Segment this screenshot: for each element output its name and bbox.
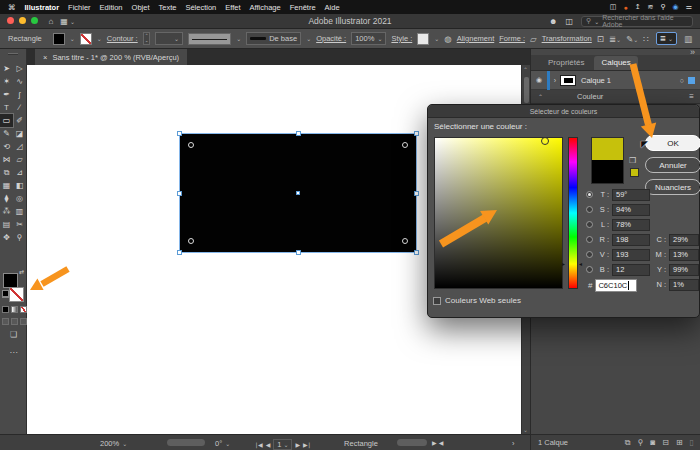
slice-tool[interactable]: ✂ [13,218,26,231]
hue-slider-left-arrow-icon[interactable]: ▸ [562,261,565,267]
draw-behind-button[interactable] [11,318,18,325]
selection-handle[interactable] [296,131,301,136]
color-panel-header[interactable]: ⌃ Couleur ≡ [531,90,700,104]
type-tool[interactable]: T [0,101,13,114]
fill-caret-icon[interactable]: ⌄ [70,35,75,42]
color-mode-radio[interactable] [586,251,593,258]
blend-tool[interactable]: ◎ [13,192,26,205]
eraser-tool[interactable]: ◪ [13,127,26,140]
gradient-button[interactable] [11,306,18,313]
menu-item[interactable]: Texte [158,3,176,12]
panel-grip[interactable] [8,53,18,55]
corner-widget[interactable] [402,238,408,244]
selection-handle[interactable] [296,250,301,255]
panel-columns-icon[interactable]: ▥ [684,34,692,44]
gradient-tool[interactable]: ◧ [13,179,26,192]
scroll-up-icon[interactable]: ⌃ [523,66,528,73]
eyedropper-tool[interactable]: ⧫ [0,192,13,205]
mesh-tool[interactable]: ▦ [0,179,13,192]
color-mode-radio[interactable] [586,206,593,213]
selected-rectangle[interactable] [179,133,417,253]
isolate-icon[interactable]: ✎⌄ [626,34,638,44]
rectangle-tool[interactable]: ▭ [0,114,13,127]
style-label[interactable]: Style : [391,34,412,43]
pen-tool[interactable]: ✒ [0,88,13,101]
menu-item[interactable]: Edition [100,3,123,12]
color-value-input[interactable]: 59° [612,189,650,201]
control-center-icon[interactable]: ⚌ [686,3,692,11]
free-transform-tool[interactable]: ▱ [13,153,26,166]
tab-proprietes[interactable]: Propriétés [541,56,591,70]
menu-item[interactable]: Sélection [185,3,216,12]
new-sublayer-icon[interactable]: ⊟ [662,438,669,448]
brush-caret-icon[interactable]: ⌄ [306,35,311,42]
color-mode-radio[interactable] [586,266,593,273]
shape-options-icon[interactable]: ▱ [530,34,537,44]
minimize-window-button[interactable] [19,17,26,24]
rotate-tool[interactable]: ⟲ [0,140,13,153]
menu-item[interactable]: Fichier [68,3,91,12]
workspace-switcher[interactable]: ≣⌄ [656,32,677,45]
color-value-input[interactable]: 12 [612,264,650,276]
align-label[interactable]: Alignement [457,34,495,43]
stroke-weight-label[interactable]: Contour : [107,34,138,43]
web-colors-checkbox[interactable] [433,297,441,305]
layer-expand-icon[interactable]: › [550,77,560,84]
scale-tool[interactable]: ◿ [13,140,26,153]
color-mode-radio[interactable] [586,221,593,228]
cmyk-input[interactable]: 1% [669,279,699,291]
swap-fill-stroke-icon[interactable]: ⇄ [19,268,24,275]
shape-label[interactable]: Forme : [499,34,525,43]
document-setup-icon[interactable]: ◍ [444,34,451,44]
corner-widget[interactable] [402,142,408,148]
scroll-down-icon[interactable]: ⌄ [523,426,528,433]
document-tab[interactable]: × Sans titre - 1* @ 200 % (RVB/Aperçu) [35,49,187,65]
graph-tool[interactable]: ▥ [13,205,26,218]
zoom-tool[interactable]: ⚲ [13,231,26,244]
layer-thumbnail[interactable] [560,75,576,86]
color-mode-radio[interactable] [586,191,593,198]
menu-item[interactable]: Illustrator [25,3,60,12]
layer-target-icon[interactable]: ○ [680,77,684,84]
brush-definition-dropdown[interactable]: De base [246,32,301,45]
layer-row[interactable]: ◉ › Calque 1 ○ [531,71,700,90]
color-button[interactable] [2,306,9,313]
stroke-weight-stepper[interactable]: ⌃⌄ [143,32,151,45]
panel-collapse-icon[interactable]: ⌃ [538,93,543,100]
selection-tool[interactable]: ➤ [0,62,13,75]
screen-mirroring-icon[interactable]: ◫ [610,3,617,11]
layer-selected-indicator[interactable] [688,77,695,84]
stroke-weight-dropdown[interactable]: ⌄ [155,32,183,45]
menu-item[interactable]: Fenêtre [290,3,316,12]
curvature-tool[interactable]: ʃ [13,88,26,101]
out-of-web-gamut-icon[interactable]: ❒ [629,156,636,165]
share-icon[interactable]: ∷ [643,34,648,44]
panel-menu-icon[interactable]: ≡ [689,92,694,101]
shaper-tool[interactable]: ✎ [0,127,13,140]
locate-object-icon[interactable]: ⚲ [637,438,643,448]
artboard-number-dropdown[interactable]: 1⌄ [273,439,292,450]
zoom-window-button[interactable] [31,17,38,24]
gamut-color-chip[interactable] [630,168,639,177]
menu-item[interactable]: Effet [225,3,240,12]
ok-button[interactable]: OK [645,135,700,151]
perspective-grid-tool[interactable]: ⊿ [13,166,26,179]
color-field-marker[interactable] [541,137,549,145]
swatches-button[interactable]: Nuanciers [645,179,700,195]
width-profile-dropdown[interactable] [188,33,231,45]
siri-icon[interactable]: ◉ [673,3,679,11]
opacity-label[interactable]: Opacité : [316,34,346,43]
opacity-dropdown[interactable]: 100%⌄ [351,32,386,45]
cmyk-input[interactable]: 29% [669,234,699,246]
menu-item[interactable]: Objet [132,3,150,12]
layer-visibility-icon[interactable]: ◉ [531,76,547,84]
cmyk-input[interactable]: 13% [669,249,699,261]
selection-handle[interactable] [414,191,419,196]
menu-item[interactable]: Aide [325,3,340,12]
delete-layer-icon[interactable]: ▯ [690,438,694,448]
selection-handle[interactable] [177,191,182,196]
rotation-dropdown[interactable]: 0°⌄ [215,439,230,448]
close-tab-icon[interactable]: × [43,53,47,62]
fill-indicator[interactable] [3,273,18,288]
none-button[interactable] [20,306,27,313]
